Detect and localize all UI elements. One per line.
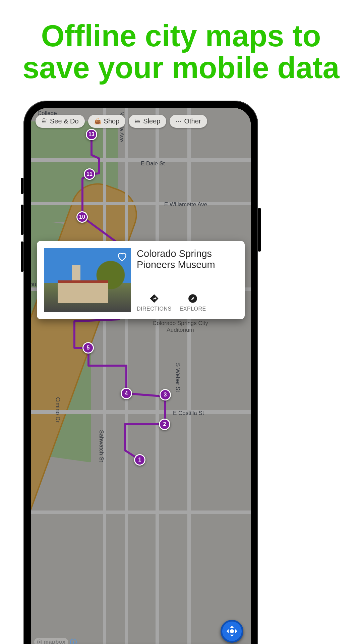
map-pin[interactable]: 5 <box>82 342 94 354</box>
chip-shop[interactable]: 👜 Shop <box>88 115 126 128</box>
action-label: EXPLORE <box>180 306 206 312</box>
phone-button <box>21 205 23 235</box>
phone-screen: College E Dale St E Willamette Ave Color… <box>31 108 251 644</box>
map-pin[interactable]: 10 <box>76 211 88 223</box>
chip-sleep[interactable]: 🛏 Sleep <box>129 115 166 128</box>
action-label: DIRECTIONS <box>137 306 172 312</box>
map-label: Sahwatch St <box>98 430 105 462</box>
more-icon: ⋯ <box>176 118 181 125</box>
phone-button <box>21 241 23 272</box>
map-label: E Willamette Ave <box>164 201 207 208</box>
map-label: Colorado Springs City Auditorium <box>150 320 210 333</box>
map-pin[interactable]: 11 <box>84 168 95 180</box>
recenter-button[interactable]: N <box>221 620 243 643</box>
poi-title: Colorado Springs Pioneers Museum <box>137 248 237 271</box>
phone-button <box>21 178 23 194</box>
bed-icon: 🛏 <box>135 118 140 125</box>
poi-info: Colorado Springs Pioneers Museum DIRECTI… <box>137 248 237 312</box>
map-label: E Costilla St <box>173 410 204 417</box>
map-pin[interactable]: 4 <box>121 388 132 399</box>
info-icon[interactable]: i <box>70 639 77 644</box>
svg-point-2 <box>39 641 40 643</box>
poi-card[interactable]: Colorado Springs Pioneers Museum DIRECTI… <box>37 241 245 319</box>
map-label: Cimino Dr <box>54 397 61 423</box>
chip-label: See & Do <box>50 117 79 125</box>
chip-label: Sleep <box>143 117 160 125</box>
directions-button[interactable]: DIRECTIONS <box>137 293 172 312</box>
map-attribution: mapbox i <box>34 638 77 644</box>
poi-thumbnail <box>44 248 131 312</box>
map-pin[interactable]: 3 <box>160 389 171 400</box>
phone-frame: College E Dale St E Willamette Ave Color… <box>23 101 258 644</box>
chip-other[interactable]: ⋯ Other <box>170 115 207 128</box>
bag-icon: 👜 <box>94 118 101 125</box>
map-label: bu <box>31 281 36 288</box>
chip-label: Other <box>184 117 201 125</box>
landmark-icon: 🏛 <box>42 118 47 125</box>
phone-button <box>258 208 261 252</box>
map-pin[interactable]: 1 <box>134 454 145 466</box>
map-pin[interactable]: 2 <box>159 419 170 430</box>
directions-icon <box>149 293 160 304</box>
map-pin[interactable]: 13 <box>86 129 97 140</box>
map-canvas[interactable]: College E Dale St E Willamette Ave Color… <box>31 108 251 644</box>
mapbox-logo: mapbox <box>34 638 68 644</box>
category-chips: 🏛 See & Do 👜 Shop 🛏 Sleep ⋯ Other <box>36 115 247 128</box>
explore-button[interactable]: EXPLORE <box>180 293 206 312</box>
chip-label: Shop <box>104 117 120 125</box>
map-label: E Dale St <box>141 160 165 167</box>
chip-see-and-do[interactable]: 🏛 See & Do <box>36 115 85 128</box>
map-label: S Weber St <box>174 363 181 392</box>
promo-headline: Offline city maps to save your mobile da… <box>0 0 362 97</box>
compass-icon <box>187 293 198 304</box>
favorite-button[interactable] <box>117 252 127 264</box>
